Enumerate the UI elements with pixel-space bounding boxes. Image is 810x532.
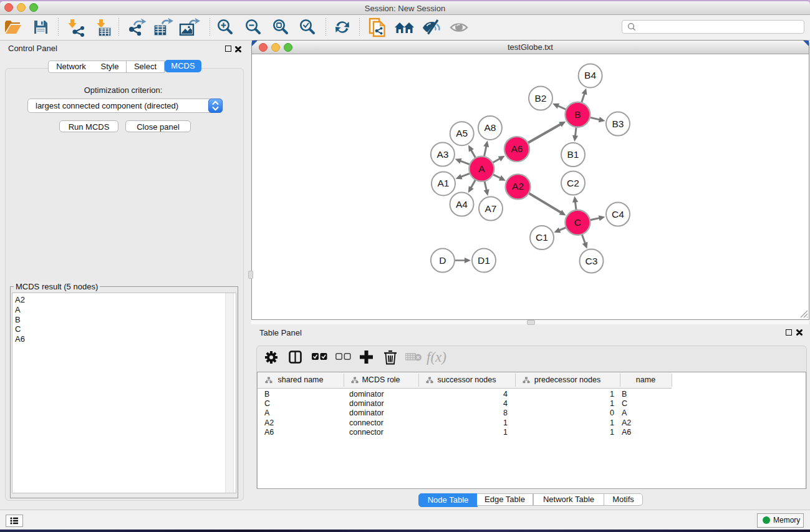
svg-text:A: A xyxy=(478,163,485,174)
svg-text:D: D xyxy=(439,255,446,266)
svg-text:B4: B4 xyxy=(584,70,596,80)
svg-text:C3: C3 xyxy=(586,256,598,266)
svg-text:A7: A7 xyxy=(485,203,497,214)
svg-text:A6: A6 xyxy=(511,143,523,154)
svg-text:C: C xyxy=(574,217,581,228)
svg-text:B2: B2 xyxy=(535,93,547,104)
svg-text:A3: A3 xyxy=(436,149,448,160)
svg-text:A4: A4 xyxy=(456,199,468,210)
svg-text:A1: A1 xyxy=(438,178,450,188)
svg-text:C1: C1 xyxy=(536,232,548,243)
svg-text:A5: A5 xyxy=(456,128,468,138)
svg-text:B1: B1 xyxy=(567,149,579,160)
svg-text:C2: C2 xyxy=(567,178,579,188)
svg-text:B3: B3 xyxy=(612,118,624,129)
svg-text:B: B xyxy=(574,109,581,120)
svg-text:D1: D1 xyxy=(478,255,490,266)
svg-text:A8: A8 xyxy=(484,122,496,133)
svg-text:C4: C4 xyxy=(612,209,624,220)
svg-text:A2: A2 xyxy=(512,181,524,191)
